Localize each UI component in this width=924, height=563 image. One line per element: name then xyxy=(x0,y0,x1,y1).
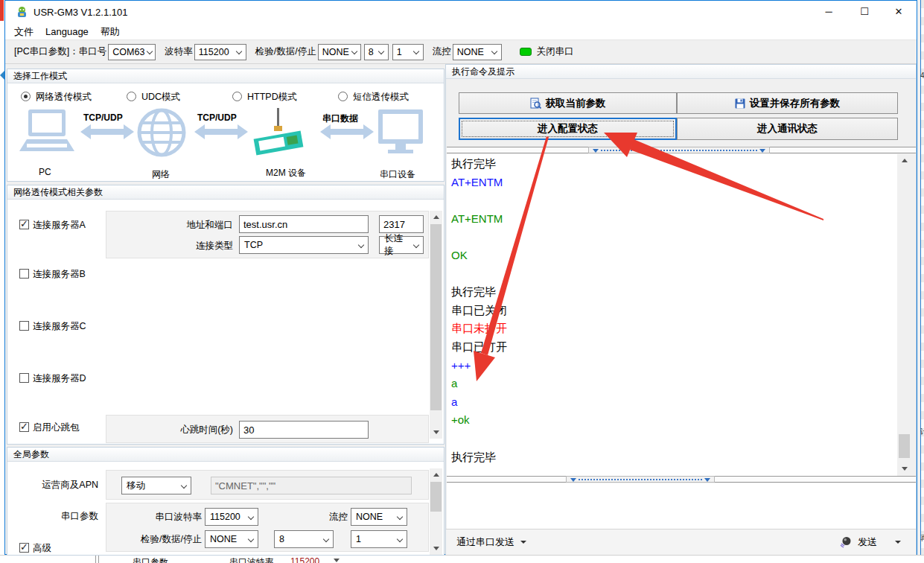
scrollbar-thumb[interactable] xyxy=(430,482,442,512)
radio-httpd-mode[interactable] xyxy=(232,92,242,101)
scroll-down-button[interactable] xyxy=(430,542,442,555)
flow-label: 流控 xyxy=(433,45,451,58)
radio-udc-mode[interactable] xyxy=(127,92,136,101)
serial-stop-bits-select[interactable]: 1 xyxy=(351,530,407,548)
enter-config-state-button[interactable]: 进入配置状态 xyxy=(459,118,677,140)
serial-data-bits-select[interactable]: 8 xyxy=(274,530,334,548)
checkbox-label[interactable]: 高级 xyxy=(33,542,51,555)
stop-bits-select[interactable]: 1 xyxy=(392,44,424,60)
log-splitter-bottom xyxy=(447,476,916,483)
checkbox-server-a[interactable] xyxy=(19,220,29,229)
log-line: AT+ENTM xyxy=(451,212,897,231)
serial-baud-label: 串口波特率 xyxy=(136,511,202,524)
data-bits-select[interactable]: 8 xyxy=(364,44,389,60)
work-mode-header: 选择工作模式 xyxy=(7,69,444,83)
radio-label[interactable]: 短信透传模式 xyxy=(353,91,409,104)
checkbox-label[interactable]: 连接服务器A xyxy=(33,219,86,232)
maximize-button[interactable]: ☐ xyxy=(848,1,881,23)
radio-label[interactable]: HTTPD模式 xyxy=(247,91,297,104)
chevron-down-icon xyxy=(248,536,255,543)
heartbeat-time-input[interactable]: 30 xyxy=(239,421,369,439)
conn-type-label: 连接类型 xyxy=(151,240,233,252)
background-text-fragment: 计 xyxy=(920,427,924,437)
chevron-down-icon xyxy=(397,536,404,543)
parity-select[interactable]: NONE xyxy=(318,44,361,60)
net-params-scrollbar[interactable] xyxy=(430,211,442,439)
log-line: AT+ENTM xyxy=(451,176,897,194)
checkbox-label[interactable]: 连接服务器B xyxy=(33,268,86,281)
log-line xyxy=(451,432,897,451)
close-serial-button[interactable]: 关闭串口 xyxy=(537,45,574,58)
checkbox-server-c[interactable] xyxy=(19,321,29,331)
chevron-down-icon xyxy=(236,48,243,55)
carrier-select[interactable]: 移动 xyxy=(121,477,191,494)
scroll-down-button[interactable] xyxy=(898,462,911,475)
conn-mode-select[interactable]: 长连接 xyxy=(379,236,424,254)
splitter-arrow-icon xyxy=(704,478,710,482)
set-save-params-button[interactable]: 设置并保存所有参数 xyxy=(677,92,898,114)
double-arrow-icon xyxy=(194,124,248,139)
radio-sms-mode[interactable] xyxy=(338,92,348,101)
menu-language[interactable]: Language xyxy=(45,26,89,37)
com-port-select[interactable]: COM63 xyxy=(108,44,156,60)
chevron-down-icon xyxy=(147,48,153,55)
apn-label: 运营商及APN xyxy=(15,479,98,492)
global-params-scrollbar[interactable] xyxy=(430,468,442,555)
save-icon xyxy=(735,98,745,109)
menu-file[interactable]: 文件 xyxy=(14,25,34,39)
enter-comm-state-button[interactable]: 进入通讯状态 xyxy=(677,118,898,140)
node-label: 串口设备 xyxy=(380,168,415,181)
checkbox-label[interactable]: 连接服务器D xyxy=(33,372,86,385)
baud-select[interactable]: 115200 xyxy=(194,44,246,60)
serial-pds-label: 检验/数据/停止 xyxy=(127,533,202,546)
chevron-down-icon xyxy=(334,559,340,562)
radio-label[interactable]: 网络透传模式 xyxy=(36,91,92,104)
log-line: 串口未打开 xyxy=(451,322,897,340)
serial-parity-select[interactable]: NONE xyxy=(205,530,258,548)
chevron-down-icon xyxy=(491,48,498,55)
flow-select[interactable]: NONE xyxy=(453,44,502,60)
checkbox-server-d[interactable] xyxy=(19,373,29,383)
checkbox-heartbeat[interactable] xyxy=(19,422,29,432)
splitter-handle[interactable] xyxy=(566,476,715,483)
net-params-group: 网络透传模式相关参数 连接服务器A 地址和端口 test.usr.cn 2317… xyxy=(7,185,445,445)
serial-baud-select[interactable]: 115200 xyxy=(205,508,258,526)
send-icon xyxy=(840,536,852,548)
checkbox-advanced[interactable] xyxy=(19,543,29,553)
node-label: 网络 xyxy=(152,168,170,181)
close-button[interactable]: ✕ xyxy=(882,1,915,23)
minimize-button[interactable]: ─ xyxy=(812,1,845,23)
checkbox-server-b[interactable] xyxy=(19,269,29,279)
serial-flow-label: 流控 xyxy=(318,511,348,524)
background-red-fragment xyxy=(0,0,4,21)
scroll-up-button[interactable] xyxy=(898,154,911,167)
scroll-up-button[interactable] xyxy=(430,211,442,223)
checkbox-label[interactable]: 启用心跳包 xyxy=(33,422,80,434)
background-cell: 串口参数 xyxy=(133,556,168,563)
globe-icon xyxy=(139,110,184,155)
conn-type-select[interactable]: TCP xyxy=(239,236,369,254)
serial-params-label: 串口参数 xyxy=(15,510,98,523)
serial-device-icon xyxy=(378,109,423,153)
menu-help[interactable]: 帮助 xyxy=(101,25,120,39)
chevron-down-icon xyxy=(520,541,526,544)
server-a-port-input[interactable]: 2317 xyxy=(379,215,424,233)
heartbeat-time-label: 心跳时间(秒) xyxy=(144,424,233,436)
scrollbar-thumb[interactable] xyxy=(430,224,442,410)
get-params-button[interactable]: 获取当前参数 xyxy=(459,92,677,114)
scroll-down-button[interactable] xyxy=(430,426,442,439)
send-input-area[interactable] xyxy=(447,483,916,529)
serial-flow-select[interactable]: NONE xyxy=(351,508,407,526)
log-scrollbar[interactable] xyxy=(898,154,911,475)
checkbox-label[interactable]: 连接服务器C xyxy=(33,320,86,333)
send-bar: 通过串口发送 发送 xyxy=(446,529,916,555)
splitter-handle[interactable] xyxy=(588,147,770,153)
scroll-up-button[interactable] xyxy=(430,468,442,481)
log-line: +++ xyxy=(451,359,897,378)
send-button[interactable]: 发送 xyxy=(840,535,901,549)
server-a-address-input[interactable]: test.usr.cn xyxy=(239,215,369,233)
radio-label[interactable]: UDC模式 xyxy=(141,91,180,104)
send-via-serial-dropdown[interactable]: 通过串口发送 xyxy=(456,535,526,549)
scrollbar-thumb[interactable] xyxy=(899,434,910,458)
radio-net-transparent-mode[interactable] xyxy=(21,92,31,101)
